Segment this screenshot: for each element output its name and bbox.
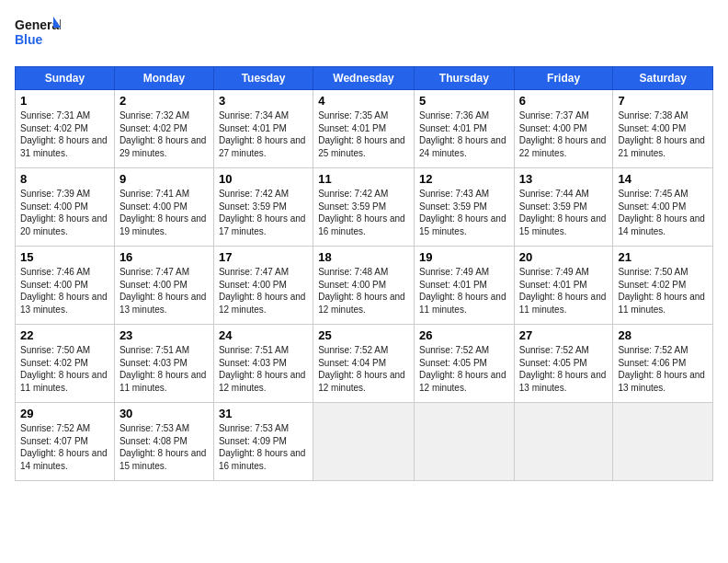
day-number: 12 — [419, 172, 509, 186]
daylight-label: Daylight: 8 hours and 14 minutes. — [20, 448, 108, 471]
sunrise-label: Sunrise: 7:42 AM — [219, 189, 289, 199]
sunrise-label: Sunrise: 7:52 AM — [618, 345, 688, 355]
sunset-label: Sunset: 4:00 PM — [119, 201, 188, 212]
daylight-label: Daylight: 8 hours and 11 minutes. — [419, 292, 506, 315]
calendar-cell: 16 Sunrise: 7:47 AM Sunset: 4:00 PM Dayl… — [114, 247, 213, 325]
sunrise-label: Sunrise: 7:49 AM — [519, 267, 589, 277]
day-number: 25 — [318, 328, 409, 342]
sunrise-label: Sunrise: 7:50 AM — [618, 267, 688, 277]
daylight-label: Daylight: 8 hours and 24 minutes. — [419, 135, 506, 158]
day-number: 9 — [119, 172, 209, 186]
daylight-label: Daylight: 8 hours and 15 minutes. — [419, 213, 506, 236]
day-number: 8 — [20, 172, 109, 186]
sunset-label: Sunset: 4:01 PM — [318, 123, 386, 133]
day-info: Sunrise: 7:51 AM Sunset: 4:03 PM Dayligh… — [119, 344, 209, 394]
calendar-week-row: 29 Sunrise: 7:52 AM Sunset: 4:07 PM Dayl… — [16, 403, 713, 481]
sunset-label: Sunset: 4:01 PM — [519, 280, 587, 290]
sunset-label: Sunset: 4:08 PM — [119, 436, 188, 446]
day-info: Sunrise: 7:42 AM Sunset: 3:59 PM Dayligh… — [318, 188, 409, 237]
sunset-label: Sunset: 4:01 PM — [419, 280, 487, 290]
calendar-cell: 22 Sunrise: 7:50 AM Sunset: 4:02 PM Dayl… — [16, 325, 115, 403]
day-number: 24 — [219, 328, 308, 342]
calendar-cell: 9 Sunrise: 7:41 AM Sunset: 4:00 PM Dayli… — [114, 168, 213, 247]
day-number: 15 — [20, 250, 109, 264]
sunrise-label: Sunrise: 7:38 AM — [618, 110, 688, 121]
calendar-cell: 10 Sunrise: 7:42 AM Sunset: 3:59 PM Dayl… — [213, 168, 313, 247]
day-info: Sunrise: 7:38 AM Sunset: 4:00 PM Dayligh… — [618, 109, 708, 159]
sunset-label: Sunset: 4:01 PM — [219, 123, 287, 133]
sunset-label: Sunset: 4:00 PM — [20, 201, 88, 212]
calendar-cell — [313, 403, 415, 481]
sunset-label: Sunset: 4:02 PM — [20, 123, 88, 133]
day-number: 1 — [20, 94, 109, 108]
calendar-cell: 28 Sunrise: 7:52 AM Sunset: 4:06 PM Dayl… — [613, 325, 713, 403]
daylight-label: Daylight: 8 hours and 15 minutes. — [519, 213, 607, 236]
sunset-label: Sunset: 3:59 PM — [519, 201, 587, 212]
day-number: 27 — [519, 328, 609, 342]
logo-svg: General Blue — [15, 15, 61, 55]
sunrise-label: Sunrise: 7:43 AM — [419, 189, 489, 199]
daylight-label: Daylight: 8 hours and 20 minutes. — [20, 213, 108, 236]
day-number: 2 — [119, 94, 209, 108]
day-info: Sunrise: 7:52 AM Sunset: 4:04 PM Dayligh… — [318, 344, 409, 394]
day-info: Sunrise: 7:48 AM Sunset: 4:00 PM Dayligh… — [318, 266, 409, 316]
sunrise-label: Sunrise: 7:41 AM — [119, 189, 189, 199]
day-info: Sunrise: 7:50 AM Sunset: 4:02 PM Dayligh… — [618, 266, 708, 316]
sunset-label: Sunset: 4:00 PM — [119, 280, 188, 290]
day-number: 14 — [618, 172, 708, 186]
sunset-label: Sunset: 3:59 PM — [219, 201, 287, 212]
sunrise-label: Sunrise: 7:39 AM — [20, 189, 90, 199]
day-number: 31 — [219, 407, 308, 420]
day-number: 18 — [318, 250, 409, 264]
day-info: Sunrise: 7:32 AM Sunset: 4:02 PM Dayligh… — [119, 109, 209, 159]
day-number: 23 — [119, 328, 209, 342]
daylight-label: Daylight: 8 hours and 21 minutes. — [618, 135, 705, 158]
day-info: Sunrise: 7:47 AM Sunset: 4:00 PM Dayligh… — [119, 266, 209, 316]
sunrise-label: Sunrise: 7:44 AM — [519, 189, 589, 199]
day-info: Sunrise: 7:39 AM Sunset: 4:00 PM Dayligh… — [20, 188, 109, 237]
calendar-cell: 8 Sunrise: 7:39 AM Sunset: 4:00 PM Dayli… — [16, 168, 115, 247]
calendar-cell: 21 Sunrise: 7:50 AM Sunset: 4:02 PM Dayl… — [613, 247, 713, 325]
calendar-cell: 23 Sunrise: 7:51 AM Sunset: 4:03 PM Dayl… — [114, 325, 213, 403]
day-number: 28 — [618, 328, 708, 342]
calendar-cell: 31 Sunrise: 7:53 AM Sunset: 4:09 PM Dayl… — [213, 403, 313, 481]
day-info: Sunrise: 7:52 AM Sunset: 4:05 PM Dayligh… — [519, 344, 609, 394]
daylight-label: Daylight: 8 hours and 11 minutes. — [519, 292, 607, 315]
day-number: 16 — [119, 250, 209, 264]
daylight-label: Daylight: 8 hours and 31 minutes. — [20, 135, 108, 158]
calendar-cell: 3 Sunrise: 7:34 AM Sunset: 4:01 PM Dayli… — [213, 90, 313, 168]
calendar-week-row: 22 Sunrise: 7:50 AM Sunset: 4:02 PM Dayl… — [16, 325, 713, 403]
daylight-label: Daylight: 8 hours and 13 minutes. — [20, 292, 108, 315]
daylight-label: Daylight: 8 hours and 16 minutes. — [318, 213, 405, 236]
day-number: 26 — [419, 328, 509, 342]
sunset-label: Sunset: 3:59 PM — [318, 201, 386, 212]
calendar-cell: 13 Sunrise: 7:44 AM Sunset: 3:59 PM Dayl… — [514, 168, 613, 247]
day-number: 7 — [618, 94, 708, 108]
daylight-label: Daylight: 8 hours and 25 minutes. — [318, 135, 405, 158]
daylight-label: Daylight: 8 hours and 15 minutes. — [119, 448, 207, 471]
day-info: Sunrise: 7:41 AM Sunset: 4:00 PM Dayligh… — [119, 188, 209, 237]
daylight-label: Daylight: 8 hours and 11 minutes. — [119, 370, 207, 393]
sunrise-label: Sunrise: 7:52 AM — [519, 345, 589, 355]
col-header-wednesday: Wednesday — [313, 67, 415, 90]
calendar-cell: 14 Sunrise: 7:45 AM Sunset: 4:00 PM Dayl… — [613, 168, 713, 247]
day-info: Sunrise: 7:50 AM Sunset: 4:02 PM Dayligh… — [20, 344, 109, 394]
sunset-label: Sunset: 4:00 PM — [618, 201, 686, 212]
sunrise-label: Sunrise: 7:37 AM — [519, 110, 589, 121]
calendar-week-row: 8 Sunrise: 7:39 AM Sunset: 4:00 PM Dayli… — [16, 168, 713, 247]
calendar-cell: 12 Sunrise: 7:43 AM Sunset: 3:59 PM Dayl… — [414, 168, 514, 247]
sunset-label: Sunset: 4:02 PM — [20, 358, 88, 368]
sunrise-label: Sunrise: 7:42 AM — [318, 189, 388, 199]
day-info: Sunrise: 7:53 AM Sunset: 4:09 PM Dayligh… — [219, 422, 308, 472]
day-number: 30 — [119, 407, 209, 420]
sunset-label: Sunset: 3:59 PM — [419, 201, 487, 212]
daylight-label: Daylight: 8 hours and 12 minutes. — [219, 292, 306, 315]
calendar-cell: 18 Sunrise: 7:48 AM Sunset: 4:00 PM Dayl… — [313, 247, 415, 325]
daylight-label: Daylight: 8 hours and 16 minutes. — [219, 448, 306, 471]
sunrise-label: Sunrise: 7:46 AM — [20, 267, 90, 277]
sunset-label: Sunset: 4:00 PM — [219, 280, 287, 290]
day-info: Sunrise: 7:37 AM Sunset: 4:00 PM Dayligh… — [519, 109, 609, 159]
col-header-friday: Friday — [514, 67, 613, 90]
sunrise-label: Sunrise: 7:52 AM — [20, 423, 90, 433]
sunset-label: Sunset: 4:04 PM — [318, 358, 386, 368]
